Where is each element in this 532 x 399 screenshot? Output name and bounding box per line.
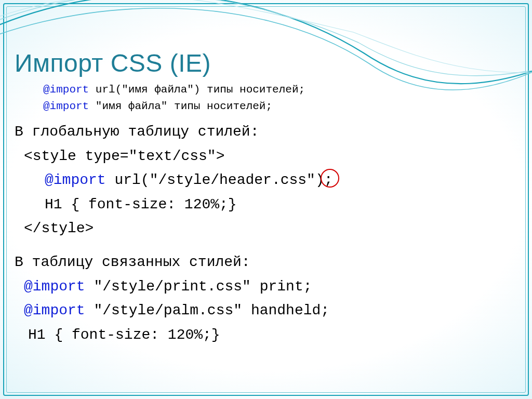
- slide-content: Импорт CSS (IE) @import url("имя файла")…: [15, 49, 517, 345]
- highlighted-semicolon: ;: [324, 170, 333, 191]
- import-rest-2b: "/style/palm.css" handheld;: [85, 302, 329, 318]
- import-keyword: @import: [45, 172, 106, 188]
- h1-rule-2: H1 { font-size: 120%;}: [28, 325, 517, 346]
- slide-title: Импорт CSS (IE): [15, 49, 517, 77]
- import-rule-1: @import url("/style/header.css");: [45, 170, 517, 191]
- style-close-tag: </style>: [24, 218, 517, 240]
- section2-heading: В таблицу связанных стилей:: [15, 252, 517, 273]
- import-keyword: @import: [24, 278, 85, 295]
- syntax-line-2: @import "имя файла" типы носителей;: [43, 98, 517, 115]
- import-rest-2a: "/style/print.css" print;: [85, 278, 312, 295]
- import-rule-2a: @import "/style/print.css" print;: [24, 276, 517, 298]
- h1-rule-1: H1 { font-size: 120%;}: [45, 194, 517, 216]
- import-keyword: @import: [24, 302, 85, 318]
- section1-heading: В глобальную таблицу стилей:: [15, 122, 517, 143]
- import-keyword: @import: [43, 100, 89, 112]
- syntax-rest-1: url("имя файла") типы носителей;: [89, 84, 305, 96]
- syntax-line-1: @import url("имя файла") типы носителей;: [43, 82, 517, 98]
- slide: Импорт CSS (IE) @import url("имя файла")…: [0, 0, 532, 399]
- style-open-tag: <style type="text/css">: [24, 146, 517, 167]
- syntax-rest-2: "имя файла" типы носителей;: [89, 100, 272, 112]
- import-rest: url("/style/header.css"): [106, 172, 324, 188]
- import-keyword: @import: [43, 84, 89, 96]
- import-rule-2b: @import "/style/palm.css" handheld;: [24, 300, 517, 322]
